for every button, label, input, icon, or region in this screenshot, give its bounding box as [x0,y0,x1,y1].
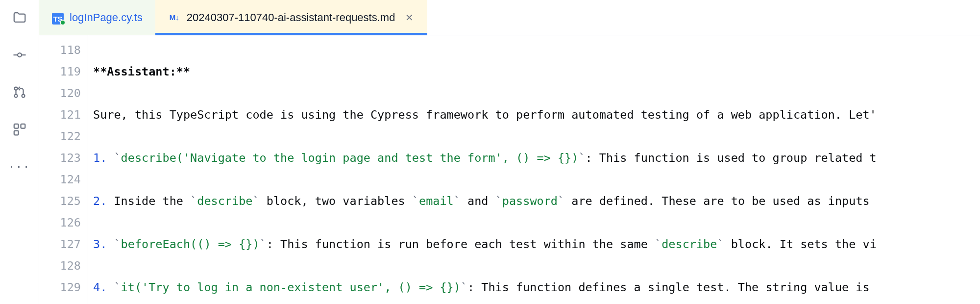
code-token: ` [252,194,259,208]
code-token: ` [190,194,197,208]
line-number: 124 [39,169,81,190]
code-token: it('Try to log in a non-existent user', … [121,280,461,294]
code-line[interactable] [93,169,980,190]
code-token: describe [197,194,252,208]
code-token: ` [717,237,724,251]
line-gutter: 118119120121122123124125126127128129 [39,35,88,304]
code-line[interactable]: 4. `it('Try to log in a non-existent use… [93,277,980,298]
line-number: 126 [39,212,81,233]
code-token: ` [114,151,121,165]
code-token: ` [461,280,467,294]
editor[interactable]: 118119120121122123124125126127128129 **A… [39,35,980,304]
code-token: ` [114,237,121,251]
svg-rect-5 [21,124,25,128]
tab-login-cy[interactable]: TS logInPage.cy.ts [39,0,155,35]
tab-ai-requests-md[interactable]: M↓ 20240307-110740-ai-assistant-requests… [155,0,428,35]
ts-badge-icon: TS [52,12,64,24]
code-token: ` [454,194,461,208]
code-token: ` [558,194,564,208]
code-token: 2. [93,194,114,208]
code-token: 1. [93,151,114,165]
code-token: ** [176,65,190,78]
code-token: ` [578,151,585,165]
ide-root: ··· TS logInPage.cy.ts M↓ 20240307-11074… [0,0,980,304]
svg-rect-6 [14,131,18,135]
code-token: block. It sets the vi [724,237,877,251]
code-line[interactable]: 3. `beforeEach(() => {})`: This function… [93,233,980,255]
code-line[interactable] [93,212,980,233]
md-badge-icon: M↓ [168,13,181,22]
code-token: : This function defines a single test. T… [467,280,870,294]
code-line[interactable] [93,82,980,104]
code-token: Assistant: [107,65,176,78]
line-number: 122 [39,126,81,147]
svg-point-0 [18,53,22,57]
tool-rail: ··· [0,0,39,304]
commit-icon[interactable] [11,46,28,64]
line-number: 119 [39,61,81,82]
tab-label: 20240307-110740-ai-assistant-requests.md [187,11,395,24]
code-token: describe [662,237,717,251]
code-token: ` [655,237,662,251]
code-token: 3. [93,237,114,251]
code-token: : This function is used to group related… [586,151,877,165]
code-token: : This function is run before each test … [267,237,655,251]
code-line[interactable] [93,255,980,277]
line-number: 129 [39,277,81,298]
line-number: 128 [39,255,81,277]
main-column: TS logInPage.cy.ts M↓ 20240307-110740-ai… [39,0,980,304]
code-token: block, two variables [260,194,412,208]
more-icon[interactable]: ··· [11,158,28,176]
close-icon[interactable]: ✕ [404,12,415,23]
line-number: 123 [39,147,81,169]
line-number: 121 [39,104,81,126]
structure-icon[interactable] [11,121,28,138]
folder-icon[interactable] [11,9,28,26]
line-number: 127 [39,233,81,255]
tab-bar: TS logInPage.cy.ts M↓ 20240307-110740-ai… [39,0,980,35]
line-number: 118 [39,39,81,61]
code-line[interactable] [93,126,980,147]
svg-point-1 [14,87,17,90]
code-token: email [419,194,454,208]
code-line[interactable]: 1. `describe('Navigate to the login page… [93,147,980,169]
pull-request-icon[interactable] [11,83,28,101]
code-token: Inside the [114,194,190,208]
code-token: and [461,194,495,208]
line-number: 125 [39,190,81,212]
code-line[interactable]: **Assistant:** [93,61,980,82]
line-number: 120 [39,82,81,104]
editor-content[interactable]: **Assistant:** Sure, this TypeScript cod… [88,35,980,304]
code-line[interactable] [93,39,980,61]
code-token: 4. [93,280,114,294]
svg-rect-4 [14,124,18,128]
vcs-status-dot-icon [60,20,66,25]
code-token: password [502,194,558,208]
code-token: are defined. These are to be used as inp… [564,194,870,208]
svg-point-2 [14,95,17,98]
code-token: beforeEach(() => {}) [121,237,260,251]
code-line[interactable]: 2. Inside the `describe` block, two vari… [93,190,980,212]
svg-point-3 [22,95,24,98]
code-line[interactable]: Sure, this TypeScript code is using the … [93,104,980,126]
code-token: ` [114,280,121,294]
code-token: ** [93,65,107,78]
code-token: Sure, this TypeScript code is using the … [93,108,877,122]
tab-label: logInPage.cy.ts [70,11,143,24]
code-token: describe('Navigate to the login page and… [121,151,579,165]
code-token: ` [412,194,419,208]
code-token: ` [260,237,267,251]
code-token: ` [495,194,502,208]
